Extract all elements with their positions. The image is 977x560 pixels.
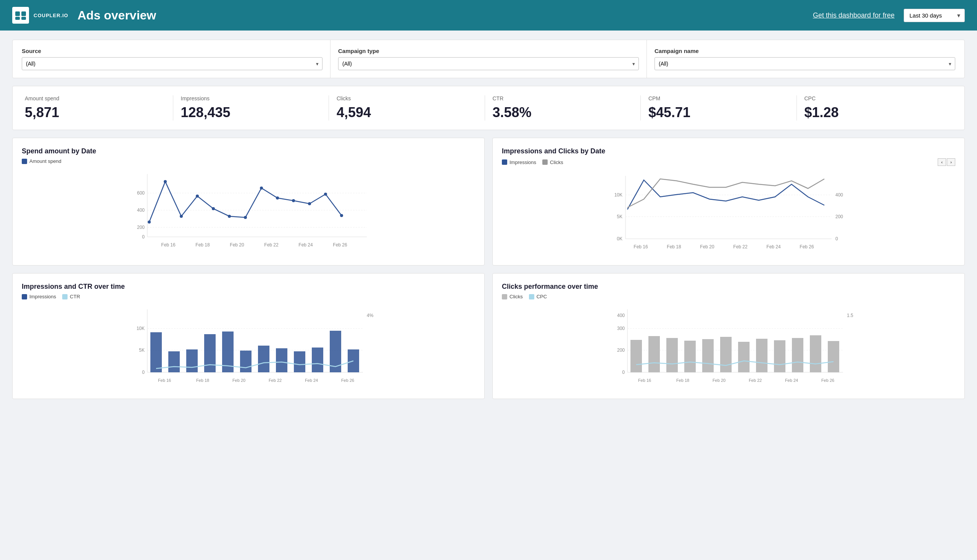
svg-rect-1 bbox=[22, 12, 26, 16]
metric-label-4: CPM bbox=[648, 95, 789, 102]
impressions-clicks-chart: Impressions and Clicks by Date Impressio… bbox=[492, 138, 965, 265]
svg-text:Feb 26: Feb 26 bbox=[800, 244, 814, 250]
svg-point-28 bbox=[292, 199, 295, 202]
svg-text:600: 600 bbox=[137, 190, 145, 196]
svg-text:0: 0 bbox=[622, 370, 625, 375]
date-range-select[interactable]: Last 7 days Last 14 days Last 30 days La… bbox=[904, 9, 965, 22]
svg-rect-2 bbox=[15, 17, 20, 20]
metric-value-5: $1.28 bbox=[805, 105, 945, 120]
svg-rect-3 bbox=[22, 17, 26, 20]
svg-point-22 bbox=[196, 195, 199, 198]
svg-text:0: 0 bbox=[142, 234, 145, 240]
svg-point-24 bbox=[228, 215, 231, 218]
svg-text:Feb 16: Feb 16 bbox=[638, 378, 651, 383]
campaign-name-filter: Campaign name (All) bbox=[655, 48, 955, 70]
svg-point-21 bbox=[180, 215, 183, 218]
svg-rect-92 bbox=[792, 338, 803, 372]
legend-amount-spend-box bbox=[22, 159, 27, 164]
header: COUPLER.IO Ads overview Get this dashboa… bbox=[0, 0, 977, 30]
clicks-performance-chart: Clicks performance over time Clicks CPC bbox=[492, 273, 965, 399]
svg-text:Feb 20: Feb 20 bbox=[713, 378, 725, 383]
svg-text:Feb 22: Feb 22 bbox=[269, 378, 282, 383]
svg-rect-59 bbox=[204, 334, 215, 372]
legend-clicks-label: Clicks bbox=[550, 160, 563, 165]
campaign-name-select-wrapper: (All) bbox=[655, 57, 955, 70]
filters-row: Source (All) Google Ads Facebook Ads Cam… bbox=[12, 40, 965, 78]
metric-label-2: Clicks bbox=[337, 95, 477, 102]
svg-text:Feb 18: Feb 18 bbox=[667, 244, 681, 250]
svg-rect-64 bbox=[294, 351, 305, 372]
svg-text:200: 200 bbox=[137, 225, 145, 230]
header-right: Get this dashboard for free Last 7 days … bbox=[813, 9, 965, 22]
source-filter: Source (All) Google Ads Facebook Ads bbox=[22, 48, 322, 70]
svg-point-30 bbox=[324, 193, 327, 196]
metric-item-4: CPM $45.71 bbox=[641, 95, 797, 120]
svg-text:Feb 18: Feb 18 bbox=[195, 242, 210, 248]
svg-rect-63 bbox=[276, 348, 287, 372]
main-content: Source (All) Google Ads Facebook Ads Cam… bbox=[0, 30, 977, 416]
campaign-name-label: Campaign name bbox=[655, 48, 955, 54]
clicks-performance-title: Clicks performance over time bbox=[502, 283, 955, 291]
impressions-clicks-chart-wrapper: 10K 5K 0K 400 200 0 Feb 16 Feb 18 Feb 20… bbox=[502, 172, 955, 256]
spend-chart-wrapper: 600 400 200 0 Feb 16 Feb 18 Feb 20 Feb 2… bbox=[22, 170, 475, 254]
spend-amount-chart: Spend amount by Date Amount spend bbox=[12, 138, 485, 265]
svg-text:Feb 24: Feb 24 bbox=[305, 378, 318, 383]
svg-rect-91 bbox=[774, 340, 785, 372]
legend-clicks-2: Clicks bbox=[502, 294, 523, 300]
metric-label-1: Impressions bbox=[181, 95, 321, 102]
svg-rect-85 bbox=[666, 338, 678, 372]
impressions-clicks-legend: Impressions Clicks ‹ › bbox=[502, 158, 955, 166]
get-dashboard-link[interactable]: Get this dashboard for free bbox=[813, 12, 895, 20]
metric-label-0: Amount spend bbox=[25, 95, 165, 102]
svg-text:Feb 26: Feb 26 bbox=[341, 378, 354, 383]
clicks-performance-svg: 400 300 200 0 1.5 bbox=[502, 305, 955, 390]
legend-impressions-2-label: Impressions bbox=[29, 294, 56, 300]
metric-item-3: CTR 3.58% bbox=[485, 95, 641, 120]
svg-rect-89 bbox=[738, 342, 750, 372]
legend-amount-spend-label: Amount spend bbox=[29, 158, 62, 164]
source-select[interactable]: (All) Google Ads Facebook Ads bbox=[22, 57, 322, 70]
metric-label-5: CPC bbox=[805, 95, 945, 102]
svg-text:Feb 26: Feb 26 bbox=[333, 242, 347, 248]
svg-point-25 bbox=[244, 216, 247, 219]
impressions-clicks-svg: 10K 5K 0K 400 200 0 Feb 16 Feb 18 Feb 20… bbox=[502, 172, 955, 256]
svg-text:Feb 18: Feb 18 bbox=[196, 378, 209, 383]
svg-text:Feb 20: Feb 20 bbox=[232, 378, 246, 383]
svg-text:Feb 18: Feb 18 bbox=[676, 378, 689, 383]
svg-rect-94 bbox=[828, 341, 839, 372]
legend-amount-spend: Amount spend bbox=[22, 158, 62, 164]
legend-ctr: CTR bbox=[62, 294, 80, 300]
date-range-wrapper: Last 7 days Last 14 days Last 30 days La… bbox=[904, 9, 965, 22]
svg-text:Feb 22: Feb 22 bbox=[733, 244, 748, 250]
svg-point-26 bbox=[260, 187, 263, 190]
campaign-name-select[interactable]: (All) bbox=[655, 57, 955, 70]
legend-cpc: CPC bbox=[529, 294, 547, 300]
legend-impressions-2-box bbox=[22, 294, 27, 300]
metric-value-1: 128,435 bbox=[181, 105, 321, 120]
legend-nav: ‹ › bbox=[938, 158, 955, 166]
svg-rect-57 bbox=[168, 351, 180, 372]
spend-chart-svg: 600 400 200 0 Feb 16 Feb 18 Feb 20 Feb 2… bbox=[22, 170, 475, 254]
legend-impressions-label: Impressions bbox=[509, 160, 536, 165]
legend-cpc-box bbox=[529, 294, 534, 300]
svg-text:Feb 24: Feb 24 bbox=[785, 378, 798, 383]
legend-nav-next[interactable]: › bbox=[947, 158, 955, 166]
svg-rect-87 bbox=[702, 339, 714, 372]
svg-point-29 bbox=[308, 202, 311, 205]
charts-row-1: Spend amount by Date Amount spend bbox=[12, 138, 965, 265]
legend-impressions-box bbox=[502, 160, 507, 165]
legend-ctr-box bbox=[62, 294, 68, 300]
campaign-type-select[interactable]: (All) Search Display Video bbox=[338, 57, 639, 70]
campaign-type-select-wrapper: (All) Search Display Video bbox=[338, 57, 639, 70]
svg-rect-84 bbox=[648, 336, 660, 372]
svg-rect-93 bbox=[810, 335, 821, 372]
metric-value-0: 5,871 bbox=[25, 105, 165, 120]
legend-nav-prev[interactable]: ‹ bbox=[938, 158, 946, 166]
impressions-clicks-title: Impressions and Clicks by Date bbox=[502, 147, 955, 155]
svg-text:Feb 16: Feb 16 bbox=[161, 242, 175, 248]
svg-text:Feb 26: Feb 26 bbox=[821, 378, 834, 383]
legend-ctr-label: CTR bbox=[70, 294, 80, 300]
clicks-performance-chart-wrapper: 400 300 200 0 1.5 bbox=[502, 305, 955, 390]
svg-point-19 bbox=[148, 220, 151, 223]
legend-clicks-2-box bbox=[502, 294, 507, 300]
